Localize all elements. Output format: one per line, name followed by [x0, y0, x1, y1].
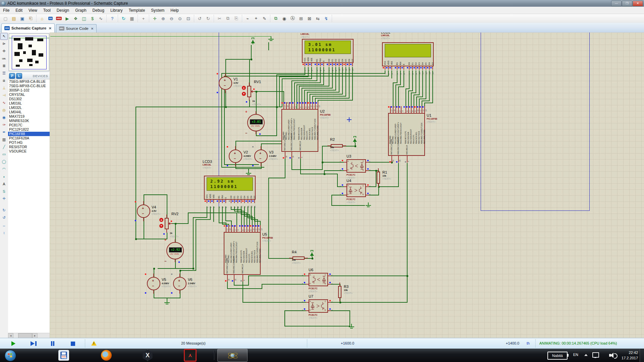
wire[interactable] [291, 80, 317, 81]
device-item-vsource[interactable]: VSOURCE [8, 149, 50, 154]
library-manager-icon[interactable]: ❖ [72, 15, 79, 22]
open-file-icon[interactable]: ▤ [10, 15, 18, 22]
tray-expand-icon[interactable] [584, 354, 588, 356]
wire[interactable] [221, 73, 385, 74]
wire[interactable] [369, 162, 392, 163]
wire[interactable] [180, 270, 196, 271]
device-item-crystal[interactable]: CRYSTAL [8, 93, 50, 97]
wire[interactable] [235, 141, 287, 141]
save-file-icon[interactable]: ▣ [18, 15, 26, 22]
wire[interactable] [300, 174, 325, 174]
design-explorer-icon[interactable]: ◫ [80, 15, 88, 22]
wire[interactable] [257, 219, 258, 226]
virtual-instruments-icon[interactable]: ▥ [0, 136, 8, 143]
origin-icon[interactable]: + [140, 15, 147, 22]
wire[interactable] [378, 186, 399, 187]
wire[interactable] [337, 174, 338, 187]
wire[interactable] [224, 164, 259, 165]
wire[interactable] [144, 194, 167, 195]
path-2d-icon[interactable]: ◗ [0, 173, 8, 180]
device-item-pot-hg[interactable]: POT-HG [8, 140, 50, 145]
lcd-lcd2[interactable]: VSS1VDD2VEE3RS4RW5E6D07D18D29D310D411D51… [382, 42, 434, 76]
wire[interactable] [144, 239, 167, 239]
clock[interactable]: 22:42 17.2.2017 [622, 350, 638, 361]
property-assignment-icon[interactable]: Ⓐ [289, 15, 297, 22]
wire[interactable] [395, 84, 396, 107]
wire[interactable] [136, 107, 136, 239]
wire[interactable] [481, 33, 481, 211]
warning-icon[interactable] [91, 341, 97, 346]
wire[interactable] [324, 170, 344, 171]
wire[interactable] [414, 95, 414, 107]
scroll-left-icon[interactable]: ◄ [8, 333, 13, 338]
bill-of-materials-icon[interactable]: $ [89, 15, 96, 22]
wire[interactable] [282, 78, 312, 79]
wire[interactable] [243, 282, 243, 303]
device-item-minres10k[interactable]: MINRES10K [8, 119, 50, 123]
generator-mode-icon[interactable]: ◉ [0, 114, 8, 121]
wire[interactable] [318, 100, 353, 101]
menu-system[interactable]: System [148, 7, 167, 13]
mirror-h-icon[interactable]: ↔ [0, 222, 8, 229]
wire[interactable] [297, 84, 324, 85]
menu-design[interactable]: Design [54, 7, 72, 13]
menu-debug[interactable]: Debug [90, 7, 107, 13]
wire[interactable] [237, 213, 247, 213]
wire[interactable] [395, 84, 401, 85]
text-2d-icon[interactable]: A [0, 180, 8, 187]
language-indicator[interactable]: EN [573, 353, 578, 357]
wire[interactable] [398, 86, 399, 107]
box-2d-icon[interactable]: ▭ [0, 151, 8, 158]
device-item-pic16f88[interactable]: PIC16F88 [8, 132, 50, 136]
step-button[interactable] [30, 340, 38, 347]
tab-close-icon[interactable]: ✕ [91, 27, 94, 31]
pic-u2[interactable]: 17RA0/AN018RA1/AN11RA2/AN2/CVREF/VREF-2R… [281, 109, 318, 152]
cut-icon[interactable]: ✂ [216, 15, 223, 22]
tab-source-code[interactable]: SRC Source Code ✕ [56, 24, 97, 33]
wire[interactable] [307, 92, 308, 103]
component-mode-icon[interactable]: ⊳ [0, 40, 8, 47]
device-item-resistor[interactable]: RESISTOR [8, 145, 50, 149]
wire[interactable] [193, 217, 194, 269]
device-item-lm016l[interactable]: LM016L [8, 101, 50, 106]
wire[interactable] [236, 213, 237, 226]
taskbar-firefox[interactable] [91, 349, 121, 362]
lcd-lcd1[interactable]: 3.01 sm11000001VSS1VDD2VEE3RS4RW5E6D07D1… [302, 39, 354, 72]
wire[interactable] [398, 86, 404, 87]
message-count[interactable]: 20 Message(s) [181, 341, 206, 345]
wire[interactable] [254, 91, 284, 92]
terminal-mode-icon[interactable]: ⊥ [0, 84, 8, 92]
device-item-3005p-1-102[interactable]: 3005P-1-102 [8, 88, 50, 93]
new-file-icon[interactable]: ▢ [2, 15, 9, 22]
scroll-right-icon[interactable]: ► [32, 333, 38, 338]
wire[interactable] [589, 33, 590, 211]
find-icon[interactable]: ◉ [280, 15, 288, 22]
pcb-layout-icon[interactable]: ARES [55, 15, 63, 22]
goto-sheet-icon[interactable]: ⇆ [314, 15, 322, 22]
pic-u5[interactable]: 17RA0/AN018RA1/AN11RA2/AN2/CVREF/VREF-2R… [224, 232, 261, 275]
wire[interactable] [291, 169, 323, 170]
wire[interactable] [411, 93, 416, 93]
wire[interactable] [241, 214, 250, 215]
electrical-rule-check-icon[interactable]: ∿ [97, 15, 105, 22]
menu-help[interactable]: Help [167, 7, 182, 13]
wire[interactable] [222, 206, 223, 225]
pan-icon[interactable]: ✛ [151, 15, 159, 22]
wire[interactable] [414, 95, 420, 95]
search-tag-icon[interactable]: ⌖ [252, 15, 260, 22]
wire[interactable] [291, 80, 292, 103]
wire[interactable] [299, 86, 300, 103]
graph-mode-icon[interactable]: ∿ [0, 99, 8, 106]
device-list[interactable]: 7SEG-MPX8-CA-BLUE7SEG-MPX8-CC-BLUE3005P-… [8, 79, 50, 334]
wire[interactable] [225, 59, 252, 60]
device-item-pic12f1822[interactable]: PIC12F1822 [8, 127, 50, 132]
wire[interactable] [299, 86, 329, 86]
undo-icon[interactable]: ↺ [196, 15, 204, 22]
battery-status[interactable]: Nabitá [547, 352, 568, 360]
wire[interactable] [419, 99, 426, 99]
taskbar-file-manager[interactable]: 64 [49, 349, 79, 362]
wire[interactable] [222, 224, 229, 225]
taskbar-acrobat[interactable]: ⋏ [175, 349, 205, 362]
wire[interactable] [304, 90, 336, 90]
wire[interactable] [268, 178, 269, 259]
